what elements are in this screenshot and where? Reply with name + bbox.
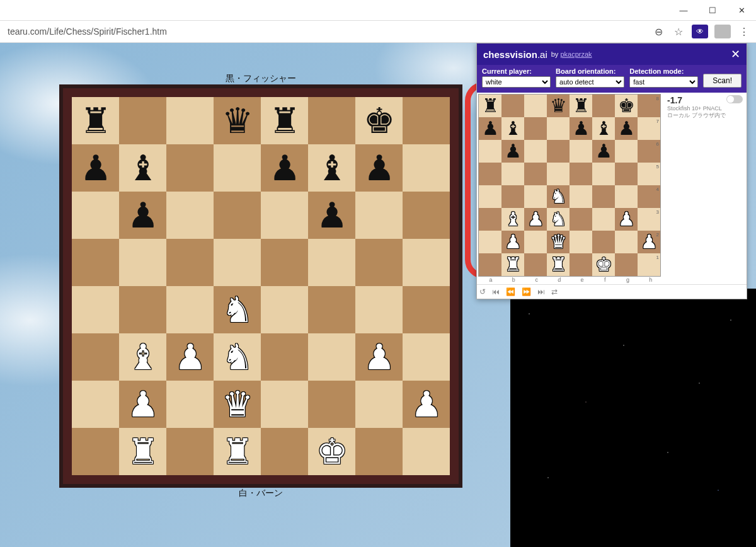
square-e7[interactable]: ♟ [570, 117, 592, 140]
window-minimize-button[interactable]: — [669, 0, 698, 20]
square-d4[interactable]: ♞ [214, 286, 261, 333]
square-a8[interactable]: ♜ [72, 97, 119, 144]
square-d5[interactable] [547, 163, 570, 185]
square-c3[interactable]: ♟ [166, 333, 214, 381]
square-d7[interactable] [214, 144, 261, 192]
board-orientation-select[interactable]: auto detect [556, 76, 624, 88]
square-b3[interactable]: ♝ [119, 333, 166, 381]
square-d3[interactable]: ♞ [214, 333, 261, 381]
square-a2[interactable] [479, 231, 501, 253]
square-g6[interactable] [615, 140, 638, 163]
square-a5[interactable] [72, 239, 119, 286]
square-g2[interactable] [355, 381, 403, 428]
square-b4[interactable] [501, 185, 524, 208]
square-g5[interactable] [355, 239, 403, 286]
last-move-icon[interactable]: ⏭ [537, 287, 545, 296]
square-b5[interactable] [119, 239, 166, 286]
square-g3[interactable]: ♟ [615, 208, 638, 231]
square-g3[interactable]: ♟ [355, 333, 403, 381]
first-move-icon[interactable]: ⏮ [492, 287, 500, 296]
bookmark-star-icon[interactable]: ☆ [672, 25, 685, 38]
square-a4[interactable] [479, 185, 501, 208]
author-link[interactable]: pkacprzak [560, 50, 592, 58]
square-d2[interactable]: ♛ [547, 231, 570, 253]
square-d3[interactable]: ♞ [547, 208, 570, 231]
detection-mode-select[interactable]: fast [629, 76, 698, 88]
square-g8[interactable]: ♚ [615, 95, 638, 117]
square-e5[interactable] [261, 239, 308, 286]
square-c2[interactable] [166, 381, 214, 428]
square-e1[interactable] [261, 428, 308, 475]
square-e8[interactable]: ♜ [570, 95, 592, 117]
square-f1[interactable]: ♚ [592, 253, 615, 276]
square-a3[interactable] [72, 333, 119, 381]
square-f6[interactable]: ♟ [592, 140, 615, 163]
square-a8[interactable]: ♜ [479, 95, 501, 117]
square-h5[interactable] [403, 239, 450, 286]
square-f8[interactable] [308, 97, 355, 144]
extension-close-button[interactable]: ✕ [731, 47, 740, 61]
browser-menu-icon[interactable]: ⋮ [737, 25, 751, 38]
square-f4[interactable] [308, 286, 355, 333]
square-f3[interactable] [592, 208, 615, 231]
square-e3[interactable] [261, 333, 308, 381]
square-f2[interactable] [592, 231, 615, 253]
square-e4[interactable] [570, 185, 592, 208]
square-b8[interactable] [119, 97, 166, 144]
square-f7[interactable]: ♝ [308, 144, 355, 192]
square-a6[interactable] [72, 192, 119, 239]
square-b1[interactable]: ♜ [119, 428, 166, 475]
square-c6[interactable] [524, 140, 547, 163]
square-c8[interactable] [166, 97, 214, 144]
square-d1[interactable]: ♜ [547, 253, 570, 276]
square-e4[interactable] [261, 286, 308, 333]
square-a5[interactable] [479, 163, 501, 185]
window-close-button[interactable]: ✕ [727, 0, 756, 20]
square-h1[interactable] [403, 428, 450, 475]
square-d5[interactable] [214, 239, 261, 286]
square-g1[interactable] [355, 428, 403, 475]
square-b2[interactable]: ♟ [119, 381, 166, 428]
square-e2[interactable] [570, 231, 592, 253]
square-a1[interactable] [479, 253, 501, 276]
square-d4[interactable]: ♞ [547, 185, 570, 208]
square-g4[interactable] [355, 286, 403, 333]
square-d6[interactable] [214, 192, 261, 239]
square-b3[interactable]: ♝ [501, 208, 524, 231]
square-f8[interactable] [592, 95, 615, 117]
square-g8[interactable]: ♚ [355, 97, 403, 144]
square-b6[interactable]: ♟ [119, 192, 166, 239]
square-f6[interactable]: ♟ [308, 192, 355, 239]
square-b8[interactable] [501, 95, 524, 117]
square-c6[interactable] [166, 192, 214, 239]
square-h2[interactable]: ♟ [403, 381, 450, 428]
square-b4[interactable] [119, 286, 166, 333]
square-c5[interactable] [524, 163, 547, 185]
square-h3[interactable] [403, 333, 450, 381]
next-move-icon[interactable]: ⏩ [522, 287, 531, 296]
square-c1[interactable] [166, 428, 214, 475]
prev-move-icon[interactable]: ⏪ [506, 287, 515, 296]
square-f5[interactable] [308, 239, 355, 286]
square-h7[interactable] [403, 144, 450, 192]
square-g2[interactable] [615, 231, 638, 253]
main-chess-board[interactable]: ♜♛♜♚♟♝♟♝♟♟♟♞♝♟♞♟♟♛♟♜♜♚ [72, 97, 450, 475]
swap-icon[interactable]: ⇄ [551, 287, 558, 296]
square-f7[interactable]: ♝ [592, 117, 615, 140]
square-g1[interactable] [615, 253, 638, 276]
square-c1[interactable] [524, 253, 547, 276]
square-b5[interactable] [501, 163, 524, 185]
square-e7[interactable]: ♟ [261, 144, 308, 192]
square-b7[interactable]: ♝ [119, 144, 166, 192]
square-g5[interactable] [615, 163, 638, 185]
square-g7[interactable]: ♟ [355, 144, 403, 192]
current-player-select[interactable]: white [482, 76, 551, 88]
square-d7[interactable] [547, 117, 570, 140]
square-e6[interactable] [261, 192, 308, 239]
scan-button[interactable]: Scan! [703, 74, 742, 88]
square-d2[interactable]: ♛ [214, 381, 261, 428]
square-a3[interactable] [479, 208, 501, 231]
square-f5[interactable] [592, 163, 615, 185]
square-e6[interactable] [570, 140, 592, 163]
square-e2[interactable] [261, 381, 308, 428]
